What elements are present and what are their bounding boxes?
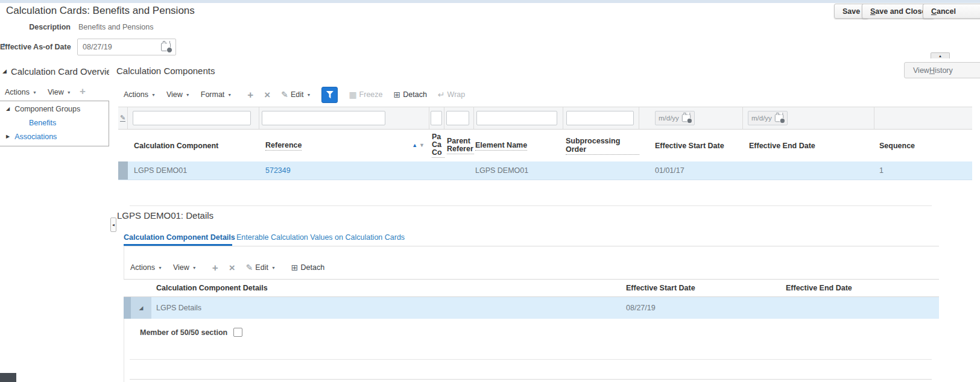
- overview-panel-title: Calculation Card Overview: [11, 66, 109, 77]
- row-selector-cell[interactable]: [118, 161, 128, 180]
- calendar-icon[interactable]: [775, 114, 783, 122]
- components-toolbar: Actions ▼ View ▼ Format ▼ + × ✎ Edit ▼ ▦…: [124, 86, 465, 103]
- row-selector-cell[interactable]: [124, 297, 131, 319]
- reference-link[interactable]: 572349: [265, 166, 291, 175]
- chevron-down-icon: ▼: [67, 90, 71, 95]
- calendar-icon[interactable]: [161, 43, 171, 51]
- details-detach-button[interactable]: ⊞ Detach: [291, 263, 324, 272]
- details-splitter-handle[interactable]: ◀: [110, 218, 116, 232]
- cell-effective-end-date: [743, 161, 874, 180]
- details-edit-menu[interactable]: ✎ Edit ▼: [246, 263, 276, 272]
- sort-descending-icon[interactable]: ▼: [419, 143, 425, 148]
- description-value: Benefits and Pensions: [78, 23, 153, 31]
- components-actions-menu[interactable]: Actions ▼: [124, 90, 156, 99]
- divider: [130, 379, 932, 380]
- column-header-effective-end-date[interactable]: Effective End Date: [781, 280, 939, 296]
- details-header-row: Calculation Component Details Effective …: [124, 279, 939, 297]
- components-section-title: Calculation Components: [116, 66, 215, 76]
- table-row[interactable]: ◢ LGPS Details 08/27/19: [124, 297, 939, 319]
- column-header-sequence[interactable]: Sequence: [874, 130, 972, 161]
- member-5050-label: Member of 50/50 section: [140, 328, 227, 337]
- tree-node-component-groups[interactable]: ◢ Component Groups: [6, 105, 80, 113]
- overview-add-icon[interactable]: +: [80, 86, 86, 98]
- filter-calculation-component-input[interactable]: [133, 111, 251, 125]
- wrap-button[interactable]: ↵ Wrap: [438, 90, 465, 99]
- cell-effective-start-date: 08/27/19: [621, 297, 781, 319]
- calculation-components-table: ✎ m/d/yy m/d/yy: [118, 107, 972, 180]
- overview-view-menu[interactable]: View ▼: [48, 88, 71, 96]
- tree-expanded-icon[interactable]: ◢: [6, 107, 10, 111]
- filter-parent-calculation-input[interactable]: [431, 111, 442, 125]
- header-selector-cell: [118, 130, 128, 161]
- detach-window-icon: ⊞: [394, 90, 401, 99]
- cell-parent-reference: [444, 161, 474, 180]
- cell-effective-start-date: 01/01/17: [639, 161, 743, 180]
- column-header-reference[interactable]: Reference ▲ ▼: [259, 130, 429, 161]
- cancel-button[interactable]: Cancel: [923, 4, 980, 19]
- freeze-grid-icon: ▦: [349, 90, 356, 99]
- panel-collapse-handle[interactable]: ▲: [931, 52, 950, 58]
- components-view-menu[interactable]: View ▼: [166, 90, 190, 99]
- column-header-calculation-component[interactable]: Calculation Component: [128, 130, 259, 161]
- add-row-icon[interactable]: +: [212, 263, 218, 273]
- add-row-icon[interactable]: +: [247, 90, 253, 100]
- row-expand-toggle[interactable]: ◢: [131, 297, 151, 319]
- delete-row-icon[interactable]: ×: [264, 90, 270, 100]
- wrap-text-icon: ↵: [438, 90, 445, 99]
- column-header-element-name[interactable]: Element Name: [474, 130, 563, 161]
- column-header-parent-reference[interactable]: Parent Referer: [444, 130, 474, 161]
- detach-window-icon: ⊞: [291, 263, 299, 272]
- tab-enterable-calculation-values[interactable]: Enterable Calculation Values on Calculat…: [236, 233, 405, 242]
- tree-collapsed-icon[interactable]: ▶: [6, 134, 10, 139]
- details-view-menu[interactable]: View ▼: [173, 263, 197, 272]
- overview-panel-header[interactable]: ◢ Calculation Card Overview: [2, 66, 113, 77]
- filter-parent-reference-input[interactable]: [446, 111, 469, 125]
- query-by-example-button[interactable]: [321, 87, 338, 103]
- chevron-down-icon: ▼: [306, 93, 311, 97]
- filter-effective-end-date[interactable]: m/d/yy: [748, 111, 788, 125]
- edit-pencil-icon: ✎: [246, 263, 253, 272]
- panel-expanded-icon[interactable]: ◢: [2, 69, 7, 74]
- details-toolbar: Actions ▼ View ▼ + × ✎ Edit ▼ ⊞ Detach: [130, 259, 324, 276]
- column-header-effective-end-date[interactable]: Effective End Date: [743, 130, 874, 161]
- filter-cell: m/d/yy: [743, 107, 874, 129]
- filter-cell: [128, 107, 259, 129]
- filter-subprocessing-order-input[interactable]: [566, 111, 634, 125]
- details-table: Calculation Component Details Effective …: [124, 279, 939, 319]
- tree-node-associations[interactable]: ▶ Associations: [6, 133, 57, 141]
- view-history-button[interactable]: View History: [904, 62, 980, 78]
- tab-calculation-component-details[interactable]: Calculation Component Details: [124, 233, 235, 242]
- details-actions-menu[interactable]: Actions ▼: [130, 263, 162, 272]
- sort-ascending-icon[interactable]: ▲: [412, 143, 417, 148]
- divider: [130, 359, 932, 360]
- calendar-icon[interactable]: [682, 114, 691, 122]
- effective-date-field: [77, 39, 176, 55]
- filter-cell: [444, 107, 474, 129]
- chevron-down-icon: ▼: [151, 93, 156, 97]
- column-header-details-name[interactable]: Calculation Component Details: [151, 280, 621, 296]
- components-edit-menu[interactable]: ✎ Edit ▼: [281, 90, 311, 99]
- components-format-menu[interactable]: Format ▼: [201, 90, 232, 99]
- effective-date-input[interactable]: [78, 43, 161, 51]
- detach-button[interactable]: ⊞ Detach: [394, 90, 427, 99]
- overview-actions-menu[interactable]: Actions ▼: [5, 88, 37, 96]
- freeze-button[interactable]: ▦ Freeze: [349, 90, 382, 99]
- top-accent-strip: [0, 0, 980, 3]
- delete-row-icon[interactable]: ×: [229, 263, 235, 273]
- tree-node-benefits[interactable]: Benefits: [29, 119, 56, 127]
- column-header-parent-calculation[interactable]: Pa Ca Co: [429, 130, 444, 161]
- cell-subprocessing-order: [563, 161, 639, 180]
- calculation-cards-page: Calculation Cards: Benefits and Pensions…: [0, 0, 980, 382]
- filter-element-name-input[interactable]: [476, 111, 557, 125]
- column-header-effective-start-date[interactable]: Effective Start Date: [621, 280, 781, 296]
- filter-funnel-icon: [326, 91, 334, 99]
- column-header-subprocessing-order[interactable]: Subprocessing Order: [563, 130, 639, 161]
- cell-details-name: LGPS Details: [151, 297, 621, 319]
- filter-effective-start-date[interactable]: m/d/yy: [655, 111, 695, 125]
- filter-cell: [874, 107, 972, 129]
- filter-reference-input[interactable]: [262, 111, 385, 125]
- member-5050-checkbox[interactable]: [233, 328, 242, 337]
- chevron-down-icon: ▼: [192, 266, 197, 270]
- column-header-effective-start-date[interactable]: Effective Start Date: [639, 130, 743, 161]
- table-row[interactable]: LGPS DEMO01 572349 LGPS DEMO01 01/01/17 …: [118, 161, 972, 180]
